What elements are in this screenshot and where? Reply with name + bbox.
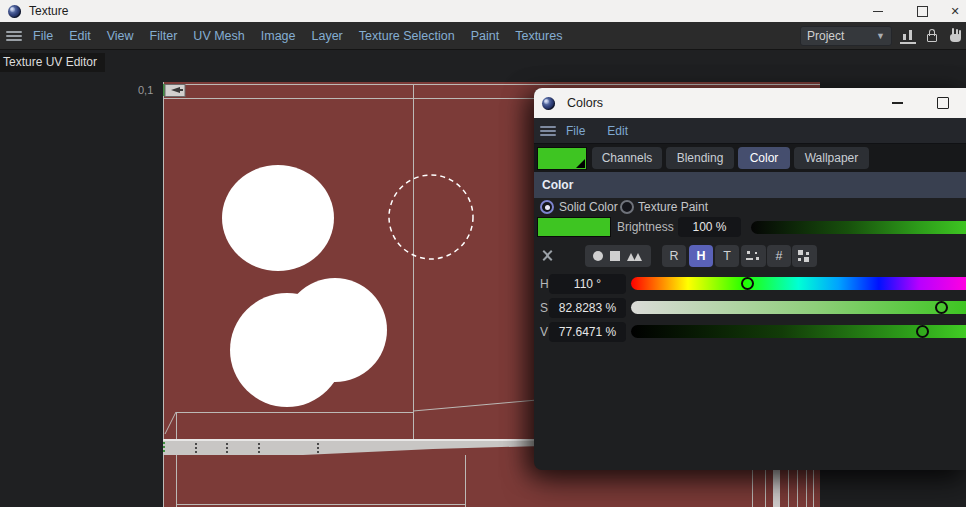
hsv-mode-button[interactable]: H — [689, 245, 713, 267]
picker-icon-row: R H T # — [534, 245, 966, 267]
main-titlebar: Texture ✕ — [0, 0, 966, 22]
value-knob[interactable] — [916, 325, 929, 338]
color-mode-radios: Solid Color Texture Paint — [534, 198, 966, 218]
square-picker-icon — [610, 251, 620, 261]
brightness-field[interactable]: 100 % — [678, 217, 741, 237]
histogram-icon[interactable] — [900, 28, 916, 44]
rgb-mode-button[interactable]: R — [662, 245, 686, 267]
paint-blob-1 — [222, 165, 334, 271]
tab-blending[interactable]: Blending — [666, 147, 734, 169]
brightness-slider[interactable] — [751, 221, 966, 234]
colors-tabrow: Channels Blending Color Wallpaper — [534, 144, 966, 172]
brightness-label: Brightness — [617, 220, 674, 234]
project-dropdown-value: Project — [807, 29, 876, 43]
hue-field[interactable]: 110 ° — [549, 274, 626, 294]
maximize-button[interactable] — [900, 0, 944, 22]
hue-label: H — [540, 277, 549, 291]
saturation-knob[interactable] — [935, 301, 948, 314]
temperature-mode-button[interactable]: T — [715, 245, 739, 267]
chevron-down-icon: ▼ — [876, 31, 885, 41]
colors-minimize-button[interactable] — [874, 88, 920, 118]
swatches-mode-button[interactable] — [792, 245, 817, 267]
saturation-field[interactable]: 82.8283 % — [549, 298, 626, 318]
menu-image[interactable]: Image — [260, 27, 297, 45]
tab-wallpaper[interactable]: Wallpaper — [794, 147, 869, 169]
saturation-label: S — [540, 301, 548, 315]
colors-menu-edit[interactable]: Edit — [607, 124, 628, 138]
spectrum-picker-icon — [627, 251, 643, 261]
colors-menubar: File Edit — [534, 118, 966, 144]
color-preview-swatch[interactable] — [537, 217, 611, 237]
tab-channels[interactable]: Channels — [592, 147, 662, 169]
radio-texture-paint-label: Texture Paint — [638, 200, 708, 214]
menu-filter[interactable]: Filter — [149, 27, 179, 45]
uv-axis-label: 0,1 — [138, 84, 153, 96]
value-label: V — [540, 325, 548, 339]
radio-solid-color-label: Solid Color — [559, 200, 618, 214]
value-row: V 77.6471 % — [534, 322, 966, 342]
project-dropdown[interactable]: Project ▼ — [800, 26, 892, 46]
colors-title: Colors — [567, 96, 603, 110]
value-slider[interactable] — [631, 325, 966, 338]
hamburger-icon[interactable] — [6, 31, 22, 41]
hue-knob[interactable] — [741, 277, 754, 290]
menu-uv-mesh[interactable]: UV Mesh — [192, 27, 245, 45]
menu-edit[interactable]: Edit — [68, 27, 92, 45]
menu-paint[interactable]: Paint — [470, 27, 501, 45]
uv-editor-panel-label: Texture UV Editor — [0, 53, 105, 72]
picker-shape-group[interactable] — [585, 245, 651, 267]
current-color-swatch[interactable] — [537, 147, 587, 170]
tab-color[interactable]: Color — [738, 147, 790, 169]
window-title: Texture — [29, 4, 68, 18]
menu-texture-selection[interactable]: Texture Selection — [358, 27, 456, 45]
lock-icon[interactable] — [924, 28, 940, 44]
menu-textures[interactable]: Textures — [514, 27, 563, 45]
hue-row: H 110 ° — [534, 274, 966, 294]
brightness-row: Brightness 100 % — [534, 217, 966, 237]
colors-app-icon — [542, 97, 555, 110]
menu-view[interactable]: View — [106, 27, 135, 45]
close-button[interactable]: ✕ — [944, 0, 966, 22]
collapse-icon[interactable] — [542, 246, 554, 266]
saturation-slider[interactable] — [631, 301, 966, 314]
colors-hamburger-icon[interactable] — [540, 126, 556, 136]
menu-layer[interactable]: Layer — [311, 27, 344, 45]
colors-menu-file[interactable]: File — [566, 124, 585, 138]
main-menubar: File Edit View Filter UV Mesh Image Laye… — [0, 22, 966, 50]
screen: Texture ✕ File Edit View Filter UV Mesh … — [0, 0, 966, 507]
value-field[interactable]: 77.6471 % — [549, 322, 626, 342]
colors-titlebar: Colors — [534, 88, 966, 118]
hue-slider[interactable] — [631, 277, 966, 290]
colors-dialog: Colors File Edit Channels Blending Color… — [534, 88, 966, 470]
minimize-button[interactable] — [856, 0, 900, 22]
colors-maximize-button[interactable] — [920, 88, 966, 118]
radio-texture-paint[interactable] — [620, 200, 634, 214]
color-section-header: Color — [534, 172, 966, 198]
app-icon — [8, 5, 21, 18]
mixer-mode-button[interactable] — [741, 245, 766, 267]
circle-picker-icon — [593, 251, 603, 261]
radio-solid-color[interactable] — [540, 200, 554, 214]
uv-tile-icon[interactable] — [163, 84, 185, 97]
hex-mode-button[interactable]: # — [767, 245, 791, 267]
hand-icon[interactable] — [948, 28, 964, 44]
menu-file[interactable]: File — [32, 27, 54, 45]
saturation-row: S 82.8283 % — [534, 298, 966, 318]
